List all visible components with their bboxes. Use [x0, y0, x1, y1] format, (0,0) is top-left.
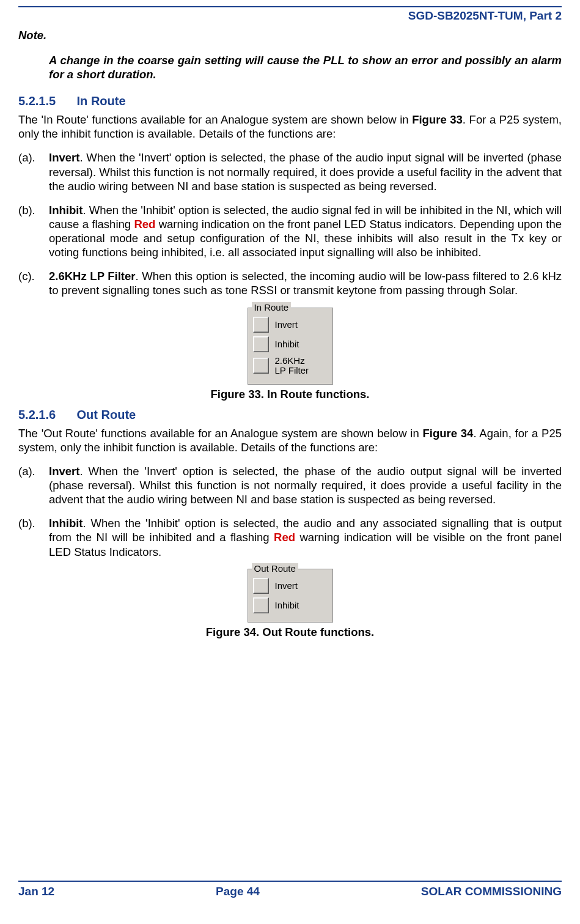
term: 2.6KHz LP Filter [49, 270, 136, 283]
out-route-item-b: (b). Inhibit. When the 'Inhibit' option … [18, 516, 562, 558]
option-label: Invert [275, 581, 298, 591]
figure-34-caption: Figure 34. Out Route functions. [18, 625, 562, 639]
in-route-item-c: (c). 2.6KHz LP Filter. When this option … [18, 269, 562, 297]
list-marker: (a). [18, 150, 49, 193]
list-body: Invert. When the 'Invert' option is sele… [49, 150, 562, 193]
list-marker: (a). [18, 464, 49, 506]
invert-toggle-button[interactable] [253, 317, 269, 333]
text: . When the 'Invert' option is selected, … [49, 151, 562, 192]
red-text: Red [274, 531, 295, 544]
term: Invert [49, 151, 79, 164]
list-body: Inhibit. When the 'Inhibit' option is se… [49, 516, 562, 558]
list-body: Invert. When the 'Invert' option is sele… [49, 464, 562, 506]
option-label: Inhibit [275, 339, 299, 349]
inhibit-toggle-button[interactable] [253, 597, 269, 613]
note-label: Note. [18, 28, 562, 42]
heading-in-route: 5.2.1.5 In Route [18, 94, 562, 109]
option-row: Inhibit [253, 335, 326, 353]
heading-out-route: 5.2.1.6 Out Route [18, 407, 562, 423]
figure-34: Out Route Invert Inhibit [18, 569, 562, 623]
heading-title: Out Route [77, 408, 136, 421]
option-row: 2.6KHz LP Filter [253, 355, 326, 377]
groupbox-title: In Route [252, 302, 292, 314]
heading-number: 5.2.1.6 [18, 407, 73, 423]
lpfilter-toggle-button[interactable] [253, 358, 269, 374]
figure-ref: Figure 33 [412, 113, 463, 126]
out-route-intro: The 'Out Route' functions available for … [18, 426, 562, 454]
in-route-item-a: (a). Invert. When the 'Invert' option is… [18, 150, 562, 193]
heading-title: In Route [77, 94, 126, 108]
page-footer: Jan 12 Page 44 SOLAR COMMISSIONING [18, 881, 562, 899]
red-text: Red [134, 218, 155, 231]
groupbox-title: Out Route [252, 563, 298, 575]
option-row: Invert [253, 316, 326, 334]
list-body: Inhibit. When the 'Inhibit' option is se… [49, 203, 562, 260]
option-row: Inhibit [253, 596, 326, 615]
out-route-item-a: (a). Invert. When the 'Invert' option is… [18, 464, 562, 506]
list-body: 2.6KHz LP Filter. When this option is se… [49, 269, 562, 297]
in-route-item-b: (b). Inhibit. When the 'Inhibit' option … [18, 203, 562, 260]
list-marker: (c). [18, 269, 49, 297]
text: . When the 'Invert' option is selected, … [49, 465, 562, 506]
note-body: A change in the coarse gain setting will… [49, 53, 562, 81]
option-label: 2.6KHz LP Filter [275, 356, 309, 375]
term: Invert [49, 465, 79, 478]
heading-number: 5.2.1.5 [18, 94, 73, 109]
option-row: Invert [253, 577, 326, 595]
figure-33: In Route Invert Inhibit 2.6KHz LP Filter [18, 308, 562, 385]
term: Inhibit [49, 204, 83, 216]
text: The 'In Route' functions available for a… [18, 113, 412, 126]
inhibit-toggle-button[interactable] [253, 336, 269, 352]
option-label: Inhibit [275, 601, 299, 610]
doc-id-header: SGD-SB2025NT-TUM, Part 2 [18, 9, 562, 23]
list-marker: (b). [18, 516, 49, 558]
footer-left: Jan 12 [18, 884, 54, 899]
in-route-groupbox: In Route Invert Inhibit 2.6KHz LP Filter [248, 308, 333, 385]
text: The 'Out Route' functions available for … [18, 427, 423, 440]
term: Inhibit [49, 517, 83, 530]
in-route-intro: The 'In Route' functions available for a… [18, 113, 562, 141]
figure-ref: Figure 34 [423, 427, 474, 440]
invert-toggle-button[interactable] [253, 578, 269, 594]
footer-center: Page 44 [216, 884, 260, 899]
option-label: Invert [275, 320, 298, 330]
figure-33-caption: Figure 33. In Route functions. [18, 387, 562, 401]
list-marker: (b). [18, 203, 49, 260]
footer-right: SOLAR COMMISSIONING [421, 884, 562, 899]
out-route-groupbox: Out Route Invert Inhibit [248, 569, 333, 623]
